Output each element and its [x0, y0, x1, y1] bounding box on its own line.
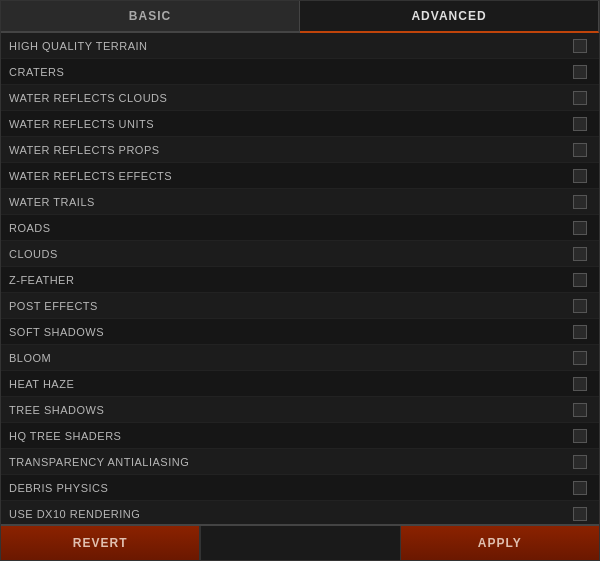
settings-container: BASIC ADVANCED HIGH QUALITY TERRAINCRATE…: [0, 0, 600, 561]
table-row: TREE SHADOWS: [1, 397, 599, 423]
tab-bar: BASIC ADVANCED: [1, 1, 599, 33]
setting-checkbox[interactable]: [573, 377, 587, 391]
tab-basic-label: BASIC: [129, 9, 171, 23]
tab-basic[interactable]: BASIC: [1, 1, 300, 31]
setting-checkbox[interactable]: [573, 299, 587, 313]
setting-checkbox[interactable]: [573, 169, 587, 183]
setting-label: WATER REFLECTS CLOUDS: [9, 92, 573, 104]
setting-label: WATER REFLECTS PROPS: [9, 144, 573, 156]
setting-checkbox[interactable]: [573, 39, 587, 53]
setting-label: POST EFFECTS: [9, 300, 573, 312]
tab-advanced[interactable]: ADVANCED: [300, 1, 599, 33]
setting-checkbox[interactable]: [573, 351, 587, 365]
setting-label: ROADS: [9, 222, 573, 234]
settings-list: HIGH QUALITY TERRAINCRATERSWATER REFLECT…: [1, 33, 599, 524]
setting-checkbox[interactable]: [573, 481, 587, 495]
setting-label: DEBRIS PHYSICS: [9, 482, 573, 494]
table-row: DEBRIS PHYSICS: [1, 475, 599, 501]
table-row: WATER REFLECTS CLOUDS: [1, 85, 599, 111]
setting-label: BLOOM: [9, 352, 573, 364]
apply-button[interactable]: APPLY: [401, 526, 599, 560]
setting-label: CRATERS: [9, 66, 573, 78]
setting-label: HQ TREE SHADERS: [9, 430, 573, 442]
table-row: ROADS: [1, 215, 599, 241]
setting-checkbox[interactable]: [573, 429, 587, 443]
table-row: Z-FEATHER: [1, 267, 599, 293]
setting-label: HIGH QUALITY TERRAIN: [9, 40, 573, 52]
table-row: HEAT HAZE: [1, 371, 599, 397]
table-row: WATER TRAILS: [1, 189, 599, 215]
setting-checkbox[interactable]: [573, 403, 587, 417]
tab-advanced-label: ADVANCED: [411, 9, 486, 23]
revert-label: REVERT: [73, 536, 128, 550]
setting-label: TRANSPARENCY ANTIALIASING: [9, 456, 573, 468]
setting-checkbox[interactable]: [573, 143, 587, 157]
setting-checkbox[interactable]: [573, 221, 587, 235]
setting-label: WATER REFLECTS EFFECTS: [9, 170, 573, 182]
table-row: BLOOM: [1, 345, 599, 371]
setting-checkbox[interactable]: [573, 65, 587, 79]
table-row: WATER REFLECTS UNITS: [1, 111, 599, 137]
setting-checkbox[interactable]: [573, 91, 587, 105]
setting-checkbox[interactable]: [573, 455, 587, 469]
setting-label: WATER TRAILS: [9, 196, 573, 208]
table-row: CLOUDS: [1, 241, 599, 267]
setting-checkbox[interactable]: [573, 117, 587, 131]
setting-label: USE DX10 RENDERING: [9, 508, 573, 520]
revert-button[interactable]: REVERT: [1, 526, 201, 560]
setting-label: HEAT HAZE: [9, 378, 573, 390]
table-row: USE DX10 RENDERING: [1, 501, 599, 524]
setting-label: Z-FEATHER: [9, 274, 573, 286]
footer-middle: [201, 526, 400, 560]
table-row: WATER REFLECTS PROPS: [1, 137, 599, 163]
setting-label: TREE SHADOWS: [9, 404, 573, 416]
setting-checkbox[interactable]: [573, 507, 587, 521]
table-row: WATER REFLECTS EFFECTS: [1, 163, 599, 189]
table-row: HQ TREE SHADERS: [1, 423, 599, 449]
apply-label: APPLY: [478, 536, 522, 550]
content-area: HIGH QUALITY TERRAINCRATERSWATER REFLECT…: [1, 33, 599, 524]
setting-label: WATER REFLECTS UNITS: [9, 118, 573, 130]
setting-checkbox[interactable]: [573, 325, 587, 339]
table-row: CRATERS: [1, 59, 599, 85]
setting-checkbox[interactable]: [573, 247, 587, 261]
footer: REVERT APPLY: [1, 524, 599, 560]
setting-label: SOFT SHADOWS: [9, 326, 573, 338]
table-row: TRANSPARENCY ANTIALIASING: [1, 449, 599, 475]
table-row: SOFT SHADOWS: [1, 319, 599, 345]
setting-checkbox[interactable]: [573, 273, 587, 287]
table-row: POST EFFECTS: [1, 293, 599, 319]
table-row: HIGH QUALITY TERRAIN: [1, 33, 599, 59]
setting-checkbox[interactable]: [573, 195, 587, 209]
setting-label: CLOUDS: [9, 248, 573, 260]
